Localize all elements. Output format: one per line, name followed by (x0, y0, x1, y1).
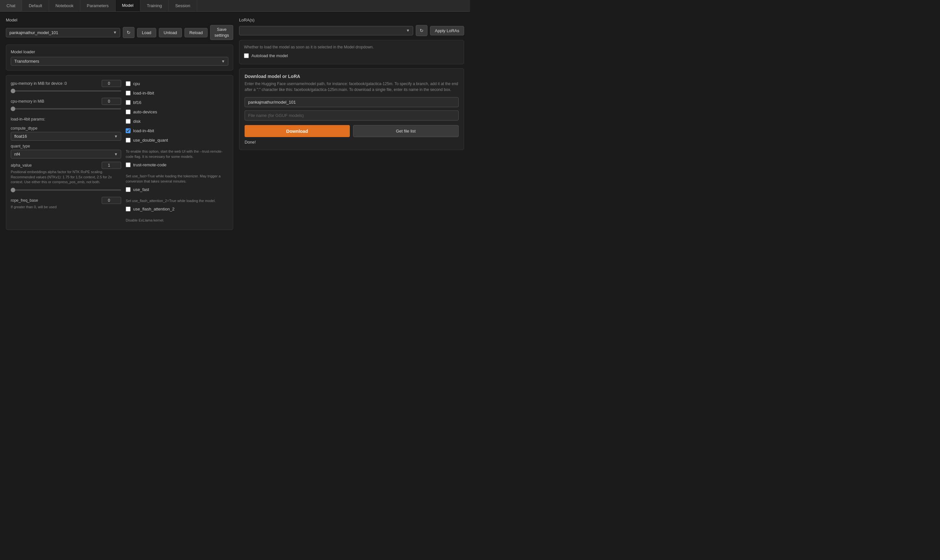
load-8bit-label: load-in-8bit (133, 91, 154, 95)
params-box: gpu-memory in MiB for device :0 cpu-memo… (6, 75, 233, 230)
bf16-label: bf16 (133, 100, 141, 105)
compute-dtype-wrapper: float16 bfloat16 float32 ▼ (11, 132, 121, 141)
status-text: Done! (245, 140, 458, 145)
checkbox-load4bit: load-in-4bit (126, 127, 228, 134)
disable-exllama-hint: Disable ExLlama kernel. (126, 218, 228, 223)
quant-type-select[interactable]: nf4 fp4 (11, 150, 121, 158)
compute-dtype-select[interactable]: float16 bfloat16 float32 (11, 132, 121, 141)
checkbox-bf16: bf16 (126, 99, 228, 106)
flash-attention-section: Set use_flash_attention_2=True while loa… (126, 197, 228, 213)
tab-training[interactable]: Training (140, 0, 169, 11)
disk-checkbox[interactable] (126, 119, 131, 124)
cpu-memory-slider-wrapper (11, 106, 121, 111)
refresh-lora-button[interactable]: ↻ (416, 25, 428, 36)
lora-label: LoRA(s) (239, 17, 464, 22)
refresh-model-button[interactable]: ↻ (123, 27, 134, 38)
load-8bit-checkbox[interactable] (126, 91, 131, 95)
autoload-checkbox[interactable] (244, 53, 249, 58)
tab-notebook[interactable]: Notebook (49, 0, 80, 11)
checkbox-cpu: cpu (126, 80, 228, 88)
use-fast-section: Set use_fast=True while loading the toke… (126, 172, 228, 193)
lora-select[interactable] (239, 26, 413, 35)
main-content: Model pankajmathur_model_101 ▼ ↻ Load Un… (0, 12, 470, 230)
save-settings-button[interactable]: Save settings (210, 25, 233, 40)
tab-session[interactable]: Session (169, 0, 197, 11)
rope-freq-label: rope_freq_base (11, 198, 38, 203)
refresh-lora-icon: ↻ (420, 28, 423, 33)
autoload-hint: Whether to load the model as soon as it … (244, 45, 459, 49)
bf16-checkbox[interactable] (126, 100, 131, 105)
model-label: Model (6, 17, 233, 22)
cpu-memory-label: cpu-memory in MiB (11, 99, 44, 104)
tab-default[interactable]: Default (22, 0, 49, 11)
trust-remote-hint: To enable this option, start the web UI … (126, 149, 228, 159)
cpu-memory-row: cpu-memory in MiB (11, 98, 121, 105)
alpha-value-label: alpha_value (11, 163, 32, 168)
save-line1: Save (217, 27, 227, 32)
tab-chat[interactable]: Chat (0, 0, 22, 11)
checkbox-load8bit: load-in-8bit (126, 89, 228, 97)
get-file-list-button[interactable]: Get file list (353, 125, 459, 137)
model-loader-select[interactable]: Transformers llama.cpp ExLlamav2 AutoGPT… (11, 57, 228, 66)
download-buttons: Download Get file list (245, 125, 458, 137)
gpu-memory-slider[interactable] (11, 90, 121, 92)
model-loader-box: Model loader Transformers llama.cpp ExLl… (6, 45, 233, 71)
load-button[interactable]: Load (137, 28, 156, 37)
quant-type-label: quant_type (11, 144, 121, 148)
trust-remote-label: trust-remote-code (133, 162, 167, 167)
cpu-memory-slider[interactable] (11, 108, 121, 109)
lora-row: ▼ ↻ Apply LoRAs (239, 25, 464, 36)
load-4bit-label: load-in-4bit (133, 128, 154, 133)
rope-freq-desc: If greater than 0, will be used (11, 205, 121, 209)
load-4bit-checkbox[interactable] (126, 128, 131, 133)
quant-type-wrapper: nf4 fp4 ▼ (11, 150, 121, 158)
download-box: Download model or LoRA Enter the Hugging… (239, 68, 464, 150)
gpu-memory-input[interactable] (102, 80, 121, 87)
unload-button[interactable]: Unload (159, 28, 182, 37)
left-params: gpu-memory in MiB for device :0 cpu-memo… (11, 80, 121, 225)
model-row: pankajmathur_model_101 ▼ ↻ Load Unload R… (6, 25, 233, 40)
flash-attention-checkbox[interactable] (126, 206, 131, 211)
right-panel: LoRA(s) ▼ ↻ Apply LoRAs Whether to load … (233, 17, 464, 230)
gpu-memory-label: gpu-memory in MiB for device :0 (11, 81, 67, 86)
use-double-quant-checkbox[interactable] (126, 138, 131, 143)
left-panel: Model pankajmathur_model_101 ▼ ↻ Load Un… (6, 17, 233, 230)
use-fast-hint: Set use_fast=True while loading the toke… (126, 174, 228, 184)
checkbox-disk: disk (126, 118, 228, 125)
flash-attention-hint: Set use_flash_attention_2=True while loa… (126, 198, 228, 203)
download-button[interactable]: Download (245, 125, 350, 137)
auto-devices-checkbox[interactable] (126, 109, 131, 114)
checkbox-flash-attention: use_flash_attention_2 (126, 205, 228, 213)
use-fast-checkbox[interactable] (126, 187, 131, 192)
trust-remote-checkbox[interactable] (126, 162, 131, 167)
disk-label: disk (133, 119, 141, 124)
save-line2: settings (214, 33, 229, 38)
alpha-value-row: alpha_value (11, 162, 121, 169)
rope-freq-input[interactable] (102, 197, 121, 204)
cpu-memory-input[interactable] (102, 98, 121, 105)
tab-bar: Chat Default Notebook Parameters Model T… (0, 0, 470, 12)
cpu-memory-section: cpu-memory in MiB (11, 98, 121, 112)
model-path-input[interactable] (245, 97, 458, 107)
cpu-checkbox[interactable] (126, 81, 131, 86)
right-params: cpu load-in-8bit bf16 auto-devices disk (126, 80, 228, 225)
alpha-value-section: alpha_value Positional embeddings alpha … (11, 162, 121, 193)
compute-dtype-section: compute_dtype float16 bfloat16 float32 ▼ (11, 126, 121, 141)
checkbox-double-quant: use_double_quant (126, 137, 228, 144)
download-title: Download model or LoRA (245, 74, 458, 79)
model-loader-dropdown-wrapper: Transformers llama.cpp ExLlamav2 AutoGPT… (11, 57, 228, 66)
autoload-row: Autoload the model (244, 52, 459, 60)
alpha-value-slider[interactable] (11, 189, 121, 191)
tab-parameters[interactable]: Parameters (80, 0, 115, 11)
auto-devices-label: auto-devices (133, 109, 157, 114)
alpha-value-input[interactable] (102, 162, 121, 169)
reload-button[interactable]: Reload (185, 28, 208, 37)
rope-freq-section: rope_freq_base If greater than 0, will b… (11, 197, 121, 211)
file-name-input[interactable] (245, 111, 458, 120)
model-select[interactable]: pankajmathur_model_101 (6, 28, 120, 37)
checkbox-trust-remote: trust-remote-code (126, 161, 228, 169)
cpu-checkbox-label: cpu (133, 81, 140, 86)
tab-model[interactable]: Model (115, 0, 140, 11)
apply-loras-button[interactable]: Apply LoRAs (430, 26, 464, 35)
load4bit-label: load-in-4bit params: (11, 117, 121, 122)
